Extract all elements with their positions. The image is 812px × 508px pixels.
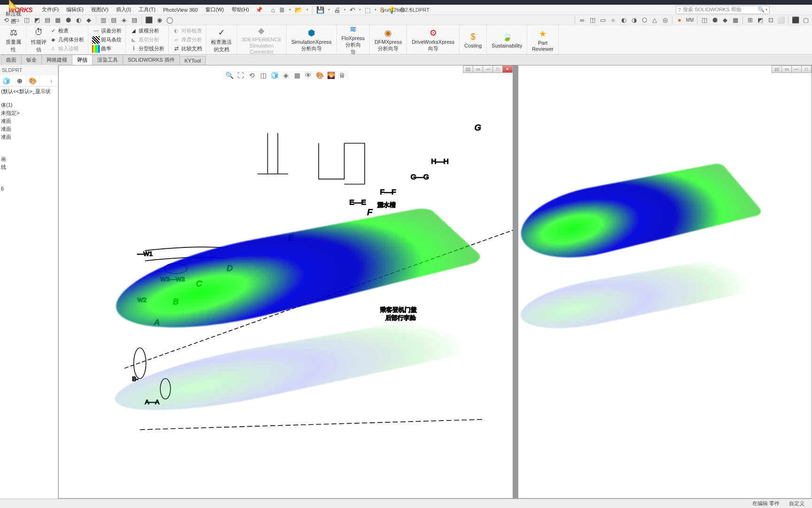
- sustainability-button[interactable]: 🍃Sustainability: [490, 30, 524, 49]
- tb-icon[interactable]: ◩: [33, 16, 41, 24]
- tb-icon[interactable]: △: [650, 16, 659, 24]
- tb-icon[interactable]: ◐: [619, 16, 628, 24]
- tb-icon[interactable]: ⟐: [609, 16, 617, 24]
- activate-check-button[interactable]: ✓检查激活的文档: [209, 26, 234, 54]
- tb-icon[interactable]: ◆: [85, 16, 93, 24]
- zebra-button[interactable]: 斑马条纹: [91, 36, 123, 44]
- tab-sheetmetal[interactable]: 钣金: [21, 55, 42, 65]
- tree-item[interactable]: 6: [0, 185, 58, 192]
- pin-icon[interactable]: 📌: [256, 7, 263, 13]
- simxpress-button[interactable]: ⬢SimulationXpress分析向导: [289, 26, 334, 53]
- tab-evaluate[interactable]: 评估: [72, 55, 93, 65]
- annotation-button[interactable]: 📐标注视图: [4, 0, 23, 26]
- menu-photoview[interactable]: PhotoView 360: [160, 6, 201, 14]
- help-search-input[interactable]: ? 搜索 SOLIDWORKS 帮助 🔍 ▾: [676, 6, 770, 14]
- part-reviewer-button[interactable]: ★PartReviewer: [530, 27, 555, 53]
- tb-icon[interactable]: ▨: [130, 16, 139, 24]
- mass-button[interactable]: ⚖质量属性: [4, 26, 23, 54]
- draft-button[interactable]: ◢拔模分析: [129, 27, 165, 35]
- tb-icon[interactable]: ◩: [756, 16, 765, 24]
- symmetry-button[interactable]: ◐对称检查: [172, 27, 203, 35]
- tb-icon[interactable]: ▢: [802, 16, 810, 24]
- doc-tab[interactable]: SLDPRT: [0, 65, 58, 75]
- diag-button[interactable]: ⚠输入诊断: [48, 45, 85, 53]
- dfmxpress-button[interactable]: ◉DFMXpress分析向导: [373, 26, 404, 53]
- menu-insert[interactable]: 插入(I): [113, 5, 134, 14]
- geom-button[interactable]: ◈几何体分析: [48, 36, 85, 44]
- viewport-2[interactable]: ▯▯ ▭ — □: [518, 65, 812, 499]
- floxpress-button[interactable]: ≋FloXpress分析向导: [340, 23, 367, 57]
- tb-icon[interactable]: ∞: [578, 16, 586, 24]
- tb-icon[interactable]: ⬛: [791, 16, 800, 24]
- tb-icon[interactable]: ⊡: [766, 16, 775, 24]
- qat-open-icon[interactable]: 📂: [295, 6, 303, 14]
- parting-button[interactable]: ⌇分型线分析: [129, 45, 165, 53]
- tb-icon[interactable]: MM: [686, 16, 694, 24]
- menu-tools[interactable]: 工具(T): [136, 5, 158, 14]
- tree-item[interactable]: 体(1): [0, 101, 58, 109]
- tab-surface[interactable]: 曲面: [1, 55, 22, 65]
- perf-button[interactable]: ⏱性能评估: [29, 26, 48, 54]
- tree-tab-expand-icon[interactable]: ›: [45, 76, 58, 86]
- qat-select-icon[interactable]: ⬚: [365, 6, 371, 14]
- tree-item[interactable]: 线: [0, 163, 58, 171]
- qat-home-icon[interactable]: ⌂: [271, 6, 275, 14]
- qat-print-icon[interactable]: 🖨: [334, 6, 340, 14]
- tb-icon[interactable]: ▤: [43, 16, 52, 24]
- tb-icon[interactable]: ⬜: [777, 16, 785, 24]
- tb-icon[interactable]: ⬢: [710, 16, 719, 24]
- tb-icon[interactable]: ●: [675, 16, 684, 24]
- tree-item[interactable]: 画: [0, 155, 58, 163]
- thickness-button[interactable]: ▱厚度分析: [172, 36, 203, 44]
- qat-undo-icon[interactable]: ↶: [350, 6, 355, 14]
- tree-body[interactable]: (默认<<默认>_显示状 体(1) 未指定> 准面 准面 准面 画 线 6: [0, 87, 58, 499]
- menu-file[interactable]: 文件(F): [39, 5, 62, 14]
- driveworks-button[interactable]: ⚙DriveWorksXpress向导: [410, 26, 456, 53]
- tree-item[interactable]: 准面: [0, 125, 58, 133]
- tb-icon[interactable]: ◫: [700, 16, 709, 24]
- tb-icon[interactable]: ◈: [120, 16, 128, 24]
- tb-icon[interactable]: ⊞: [746, 16, 754, 24]
- tab-plugins[interactable]: SOLIDWORKS 插件: [123, 55, 180, 65]
- menu-window[interactable]: 窗口(W): [203, 5, 227, 14]
- tb-icon[interactable]: ▥: [99, 16, 108, 24]
- tab-kytool[interactable]: KYTool: [180, 56, 206, 65]
- tb-icon[interactable]: ◫: [23, 16, 31, 24]
- tb-icon[interactable]: ◎: [661, 16, 669, 24]
- tb-icon[interactable]: ◯: [165, 16, 174, 24]
- tb-icon[interactable]: ⬛: [145, 16, 153, 24]
- tb-icon[interactable]: ▦: [731, 16, 740, 24]
- tree-tab-config-icon[interactable]: ⊕: [13, 76, 26, 86]
- check-button[interactable]: ✓检查: [48, 27, 85, 35]
- tree-tab-feature-icon[interactable]: 🧊: [0, 76, 13, 86]
- menu-view[interactable]: 视图(V): [88, 5, 111, 14]
- error-analysis-button[interactable]: 〰误差分析: [91, 27, 123, 35]
- menu-help[interactable]: 帮助(H): [229, 5, 252, 14]
- curvature-button[interactable]: 曲率: [91, 45, 123, 53]
- tree-item[interactable]: 准面: [0, 117, 58, 125]
- tb-icon[interactable]: ⬡: [640, 16, 648, 24]
- tab-mesh[interactable]: 网格建模: [41, 55, 72, 65]
- tb-icon[interactable]: ◆: [721, 16, 729, 24]
- undercut-button[interactable]: ◣底切分析: [129, 36, 165, 44]
- tb-icon[interactable]: ◐: [74, 16, 83, 24]
- viewport-1[interactable]: ▯▯ ▭ — □ ✕ 🔍 ⛶ ⟲ ◫ 🧊 ◈ ▦ 👁 🎨 🌄: [58, 65, 513, 499]
- tree-item[interactable]: 准面: [0, 133, 58, 141]
- tab-render[interactable]: 渲染工具: [92, 55, 123, 65]
- qat-new-icon[interactable]: 🗎: [279, 6, 285, 14]
- tree-item[interactable]: 未指定>: [0, 109, 58, 117]
- tb-icon[interactable]: ◫: [588, 16, 597, 24]
- compare-button[interactable]: ⇄比较文档: [172, 45, 203, 53]
- tb-icon[interactable]: ⬢: [64, 16, 72, 24]
- tree-root[interactable]: (默认<<默认>_显示状: [0, 87, 58, 95]
- costing-button[interactable]: $Costing: [462, 30, 484, 49]
- qat-save-icon[interactable]: 💾: [316, 6, 324, 14]
- 3dx-button[interactable]: ◆3DEXPERIENCESimulationConnector: [240, 24, 283, 56]
- menu-edit[interactable]: 编辑(E): [63, 5, 86, 14]
- tree-tab-display-icon[interactable]: 🎨: [26, 76, 39, 86]
- tb-icon[interactable]: ◑: [630, 16, 638, 24]
- tb-icon[interactable]: ▧: [109, 16, 118, 24]
- tb-icon[interactable]: ▦: [54, 16, 62, 24]
- tb-icon[interactable]: ▭: [599, 16, 607, 24]
- status-custom[interactable]: 自定义: [784, 500, 809, 507]
